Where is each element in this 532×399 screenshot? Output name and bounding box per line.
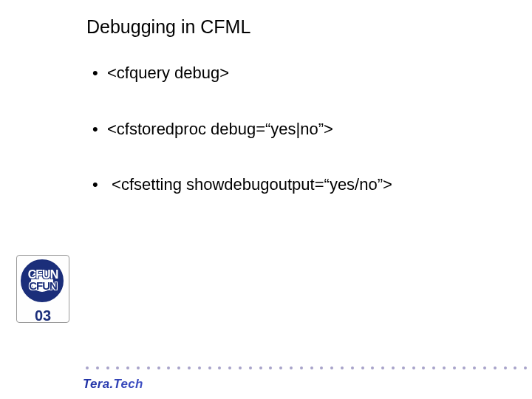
badge-year: 03	[16, 307, 69, 324]
dotted-divider	[86, 366, 523, 369]
cfun03-logo: CFUN CFUN 03	[16, 255, 69, 329]
footer-brand: Tera.Tech	[83, 377, 143, 391]
slide-title: Debugging in CFML	[86, 16, 250, 38]
footer-rest: ColdFusion Conference	[143, 377, 284, 391]
list-item: •<cfstoredproc debug=“yes|no”>	[92, 119, 502, 140]
footer-text: Tera.Tech ColdFusion Conference	[83, 377, 284, 392]
badge-text-bottom: CFUN	[16, 279, 69, 292]
slide: Debugging in CFML •<cfquery debug> •<cfs…	[0, 0, 532, 399]
list-item: • <cfsetting showdebugoutput=“yes/no”>	[92, 174, 502, 195]
bullet-list: •<cfquery debug> •<cfstoredproc debug=“y…	[92, 63, 502, 231]
bullet-text: <cfsetting showdebugoutput=“yes/no”>	[107, 175, 392, 194]
bullet-text: <cfstoredproc debug=“yes|no”>	[107, 120, 333, 138]
list-item: •<cfquery debug>	[92, 63, 502, 83]
bullet-text: <cfquery debug>	[107, 64, 229, 82]
